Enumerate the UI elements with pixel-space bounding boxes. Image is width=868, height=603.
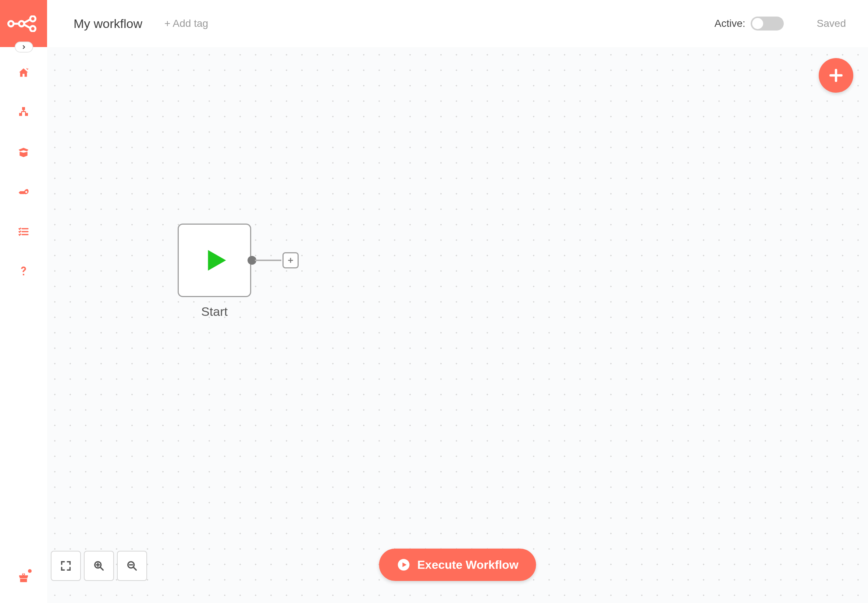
svg-point-2 <box>30 16 35 21</box>
plus-small-icon <box>286 256 295 264</box>
home-icon <box>18 67 29 79</box>
sidebar <box>0 0 47 603</box>
toggle-knob-icon <box>752 18 763 29</box>
app-logo[interactable] <box>0 0 47 47</box>
svg-rect-7 <box>22 108 24 110</box>
sidebar-item-help[interactable] <box>16 264 31 279</box>
zoom-fit-button[interactable] <box>51 551 81 581</box>
box-open-icon <box>18 146 29 158</box>
add-node-fab[interactable] <box>819 58 853 93</box>
node-add-downstream[interactable] <box>282 252 299 268</box>
question-icon <box>18 266 29 277</box>
sidebar-bottom <box>16 570 31 584</box>
n8n-logo-icon <box>7 15 40 32</box>
sidebar-expand-toggle[interactable] <box>15 42 33 53</box>
play-icon <box>199 245 230 276</box>
zoom-out-icon <box>126 560 138 572</box>
expand-icon <box>60 560 72 572</box>
sidebar-item-workflows[interactable] <box>16 105 31 120</box>
sidebar-item-gift[interactable] <box>16 570 31 584</box>
topbar: My workflow + Add tag Active: Saved <box>47 0 868 47</box>
zoom-in-button[interactable] <box>84 551 114 581</box>
svg-point-3 <box>30 26 35 31</box>
gift-icon <box>18 571 29 583</box>
zoom-controls <box>51 551 147 581</box>
plus-icon <box>828 67 844 83</box>
svg-rect-9 <box>25 114 27 116</box>
workflows-icon <box>18 107 29 118</box>
execute-workflow-label: Execute Workflow <box>417 558 518 572</box>
workflow-name[interactable]: My workflow <box>74 17 142 31</box>
sidebar-item-credentials[interactable] <box>16 185 31 199</box>
list-check-icon <box>18 226 29 238</box>
workflow-canvas[interactable]: Start Execute Workflow <box>47 47 868 603</box>
notification-dot-icon <box>28 569 32 573</box>
key-icon <box>18 186 29 198</box>
sidebar-nav <box>16 65 31 279</box>
topbar-right: Active: Saved <box>715 17 846 31</box>
node-connector-wire <box>255 260 282 261</box>
active-label: Active: <box>715 18 746 29</box>
add-tag-button[interactable]: + Add tag <box>164 18 208 29</box>
svg-line-6 <box>24 25 30 28</box>
play-circle-icon <box>396 558 410 572</box>
sidebar-item-templates[interactable] <box>16 145 31 159</box>
node-start[interactable] <box>178 224 251 297</box>
svg-rect-8 <box>20 114 21 116</box>
active-toggle[interactable] <box>751 17 784 31</box>
active-toggle-group: Active: <box>715 17 784 31</box>
save-status: Saved <box>817 18 846 29</box>
node-start-label: Start <box>178 305 251 319</box>
execute-workflow-button[interactable]: Execute Workflow <box>379 549 536 581</box>
sidebar-item-home[interactable] <box>16 65 31 80</box>
sidebar-item-executions[interactable] <box>16 224 31 239</box>
chevron-right-icon <box>21 44 27 50</box>
zoom-in-icon <box>93 560 105 572</box>
zoom-out-button[interactable] <box>117 551 147 581</box>
svg-line-5 <box>24 19 30 22</box>
